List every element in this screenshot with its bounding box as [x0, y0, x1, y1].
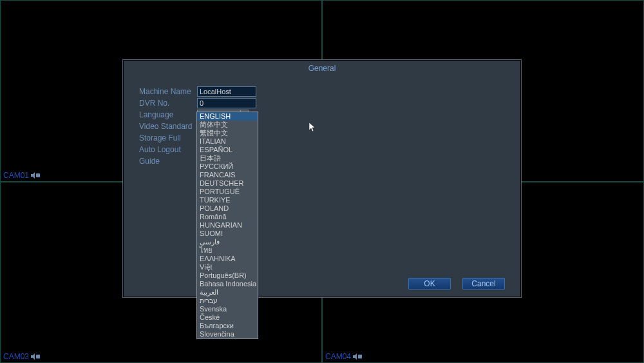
camera-label-3: CAM03	[3, 352, 40, 361]
language-option[interactable]: České	[197, 313, 258, 322]
camera-name-4: CAM04	[325, 352, 351, 361]
audio-icon	[353, 353, 362, 360]
label-video-standard: Video Standard	[139, 122, 197, 131]
label-storage-full: Storage Full	[139, 133, 197, 142]
language-option[interactable]: ΕΛΛΗΝΙΚΑ	[197, 255, 258, 263]
camera-label-4: CAM04	[325, 352, 362, 361]
dialog-buttons: OK Cancel	[408, 278, 505, 289]
language-option[interactable]: POLAND	[197, 204, 258, 213]
label-guide: Guide	[139, 157, 197, 166]
label-dvr-no: DVR No.	[139, 99, 197, 108]
language-option[interactable]: Svenska	[197, 305, 258, 313]
language-option[interactable]: FRANCAIS	[197, 171, 258, 179]
language-option[interactable]: DEUTSCHER	[197, 179, 258, 188]
label-machine-name: Machine Name	[139, 87, 197, 96]
language-option[interactable]: HUNGARIAN	[197, 221, 258, 230]
language-option[interactable]: 日本語	[197, 154, 258, 162]
cancel-button[interactable]: Cancel	[462, 278, 505, 289]
language-option[interactable]: ENGLISH	[197, 112, 258, 121]
svg-rect-0	[36, 173, 40, 177]
label-language: Language	[139, 110, 197, 119]
audio-icon	[31, 353, 40, 360]
language-option[interactable]: العربية	[197, 288, 258, 297]
language-option[interactable]: TÜRKIYE	[197, 196, 258, 204]
language-option[interactable]: עברית	[197, 297, 258, 305]
dialog-title: General	[123, 64, 521, 73]
language-option[interactable]: Bahasa Indonesia	[197, 280, 258, 288]
language-option[interactable]: ไทย	[197, 246, 258, 255]
language-dropdown[interactable]: ENGLISH简体中文繁體中文ITALIANESPAÑOL日本語РУССКИЙF…	[196, 112, 258, 339]
camera-label-1: CAM01	[3, 171, 40, 180]
general-settings-dialog: General Machine Name LocalHost DVR No. 0…	[122, 59, 522, 298]
language-option[interactable]: РУССКИЙ	[197, 162, 258, 171]
ok-button[interactable]: OK	[408, 278, 451, 289]
language-option[interactable]: Việt	[197, 263, 258, 271]
language-option[interactable]: ESPAÑOL	[197, 146, 258, 154]
language-option[interactable]: ITALIAN	[197, 137, 258, 146]
label-auto-logout: Auto Logout	[139, 145, 197, 154]
language-option[interactable]: 繁體中文	[197, 129, 258, 137]
svg-rect-1	[36, 355, 40, 358]
language-option[interactable]: Slovenčina	[197, 330, 258, 338]
camera-name-1: CAM01	[3, 171, 29, 180]
language-option[interactable]: فارسی	[197, 238, 258, 246]
language-option[interactable]: Română	[197, 213, 258, 221]
language-option[interactable]: Português(BR)	[197, 271, 258, 280]
machine-name-field[interactable]: LocalHost	[197, 86, 256, 97]
svg-rect-2	[358, 355, 362, 358]
audio-icon	[31, 172, 40, 179]
camera-name-3: CAM03	[3, 352, 29, 361]
language-option[interactable]: 简体中文	[197, 121, 258, 129]
language-option[interactable]: PORTUGUÊ	[197, 188, 258, 196]
dvr-no-field[interactable]: 0	[197, 98, 256, 108]
language-option[interactable]: SUOMI	[197, 230, 258, 238]
language-option[interactable]: Български	[197, 322, 258, 330]
